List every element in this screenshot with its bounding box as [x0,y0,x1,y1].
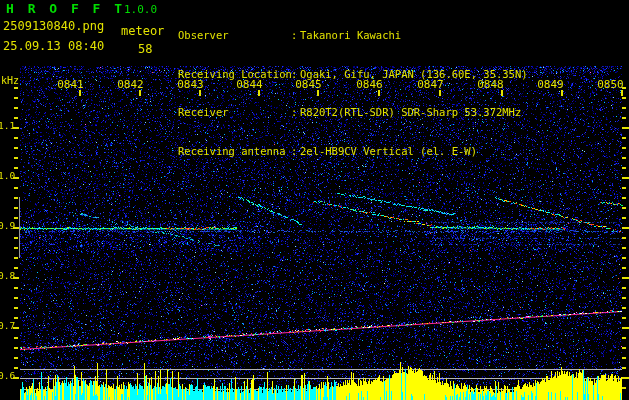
time-tick-label: 0846 [356,79,383,91]
app-version: 1.0.0 [124,4,157,16]
station-colon: : [291,29,300,42]
output-file-name: 2509130840.png [3,20,104,33]
station-value: Takanori Kawachi [300,29,401,42]
time-tick-label: 0847 [417,79,444,91]
station-value: 2el-HB9CV Vertical (el. E-W) [300,145,477,158]
echo-count: 58 [138,43,152,56]
time-tick-label: 0845 [295,79,322,91]
freq-tick-label: 1.0 [0,171,13,181]
freq-tick-label: 1.1 [0,121,13,131]
time-tick-label: 0848 [477,79,504,91]
station-label: Observer [178,29,291,42]
time-tick-label: 0844 [236,79,263,91]
time-tick-label: 0841 [57,79,84,91]
hrofft-window: H R O F F T 1.0.0 2509130840.png meteor … [0,0,629,400]
station-label: Receiver [178,106,291,119]
station-info: Observer:Takanori Kawachi Receiving Loca… [178,3,528,184]
freq-tick-label: 0.6 [0,371,13,381]
time-tick-label: 0849 [537,79,564,91]
time-tick-label: 0843 [177,79,204,91]
capture-datetime: 25.09.13 08:40 [3,40,104,53]
khz-axis-label: kHz [1,75,19,86]
station-colon: : [291,145,300,158]
station-row-location: Receiving Location:Ogaki, Gifu, JAPAN (1… [178,68,528,81]
station-row-antenna: Receiving antenna:2el-HB9CV Vertical (el… [178,145,528,158]
freq-tick-label: 0.8 [0,271,13,281]
time-tick-label: 0850 [597,79,624,91]
app-title: H R O F F T [6,2,125,16]
freq-tick-label: 0.9 [0,221,13,231]
station-row-observer: Observer:Takanori Kawachi [178,29,528,42]
station-label: Receiving antenna [178,145,291,158]
mode-label: meteor [121,25,164,38]
freq-tick-label: 0.7 [0,321,13,331]
station-row-receiver: Receiver:R820T2(RTL-SDR) SDR-Sharp 53.37… [178,106,528,119]
station-colon: : [291,106,300,119]
station-value: R820T2(RTL-SDR) SDR-Sharp 53.372MHz [300,106,521,119]
time-tick-label: 0842 [117,79,144,91]
